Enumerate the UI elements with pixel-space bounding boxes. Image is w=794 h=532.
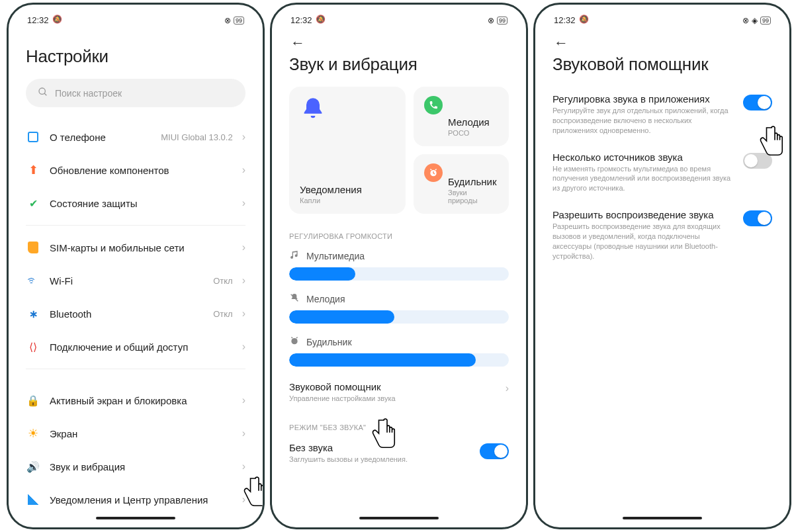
card-title: Будильник bbox=[448, 176, 498, 187]
settings-item-обновление-компонентов[interactable]: ⬆Обновление компонентов› bbox=[26, 154, 245, 187]
card-sub: Звуки природы bbox=[448, 189, 498, 204]
search-icon bbox=[38, 87, 48, 99]
status-bar: 12:32 ⊗ 99 bbox=[13, 9, 259, 26]
volume-slider-мультимедиа[interactable]: Мультимедиа bbox=[289, 244, 509, 287]
volume-slider-мелодия[interactable]: Мелодия bbox=[289, 287, 509, 330]
home-indicator[interactable] bbox=[359, 517, 439, 519]
option-title: Несколько источников звука bbox=[552, 152, 735, 163]
home-indicator[interactable] bbox=[96, 517, 175, 519]
back-button[interactable]: ← bbox=[552, 26, 572, 52]
settings-item-звук-и-вибрация[interactable]: 🔊Звук и вибрация› bbox=[26, 450, 245, 483]
settings-item-активный-экран-и-блокировка[interactable]: 🔒Активный экран и блокировка› bbox=[26, 384, 245, 417]
settings-item-состояние-защиты[interactable]: ✔Состояние защиты› bbox=[26, 187, 245, 220]
battery-indicator: 99 bbox=[234, 17, 244, 24]
item-label: Уведомления и Центр управления bbox=[50, 494, 233, 506]
option-sub: Разрешить воспроизведение звука для вход… bbox=[552, 222, 735, 261]
status-time: 12:32 bbox=[27, 15, 49, 25]
item-value: Откл bbox=[213, 309, 233, 319]
section-header-volume: РЕГУЛИРОВКА ГРОМКОСТИ bbox=[289, 220, 509, 244]
slider-track[interactable] bbox=[289, 310, 509, 324]
bt-icon: ∗ bbox=[26, 306, 40, 321]
item-label: Экран bbox=[50, 428, 233, 439]
square-blue-icon bbox=[26, 130, 40, 144]
mute-icon bbox=[316, 16, 326, 25]
setting-sub: Управление настройками звука bbox=[289, 394, 509, 404]
wifi-icon: ◈ bbox=[752, 16, 758, 25]
option-sub: Не изменять громкость мультимедиа во вре… bbox=[552, 164, 735, 194]
chevron-right-icon: › bbox=[506, 382, 509, 394]
item-value: MIUI Global 13.0.2 bbox=[161, 132, 232, 142]
assistant-option-2[interactable]: Разрешить воспроизведение звукаРазрешить… bbox=[552, 202, 772, 270]
grid-icon bbox=[26, 492, 40, 507]
setting-title: Звуковой помощник bbox=[289, 381, 509, 392]
option-title: Разрешить воспроизведение звука bbox=[552, 209, 735, 220]
sim-icon bbox=[26, 240, 40, 255]
slider-track[interactable] bbox=[289, 267, 509, 281]
no-sim-icon: ⊗ bbox=[488, 16, 494, 25]
bell-icon bbox=[300, 96, 326, 122]
assistant-option-0[interactable]: Регулировка звука в приложенияхРегулируй… bbox=[552, 87, 772, 145]
option-toggle[interactable] bbox=[743, 95, 772, 111]
home-indicator[interactable] bbox=[623, 517, 702, 519]
back-button[interactable]: ← bbox=[289, 26, 309, 52]
setting-sub: Заглушить вызовы и уведомления. bbox=[289, 455, 472, 465]
search-placeholder: Поиск настроек bbox=[55, 88, 122, 99]
slider-label: Мелодия bbox=[306, 294, 345, 304]
bell-mute-icon bbox=[289, 292, 300, 305]
phone-sound-assistant: 12:32 ⊗ ◈ 99 ← Звуковой помощник Регулир… bbox=[533, 3, 791, 529]
svg-point-0 bbox=[39, 88, 45, 94]
mute-icon bbox=[580, 16, 589, 25]
item-label: Состояние защиты bbox=[50, 198, 233, 209]
settings-item-sim-карты-и-мобильные-сети[interactable]: SIM-карты и мобильные сети› bbox=[26, 231, 245, 264]
settings-item-bluetooth[interactable]: ∗BluetoothОткл› bbox=[26, 297, 245, 330]
status-bar: 12:32 ⊗ 99 bbox=[276, 9, 522, 26]
chevron-right-icon: › bbox=[242, 394, 245, 406]
settings-item-подключение-и-общий-доступ[interactable]: ⟨⟩Подключение и общий доступ› bbox=[26, 330, 245, 363]
phone-settings: 12:32 ⊗ 99 Настройки Поиск настроек О те… bbox=[7, 3, 265, 529]
slider-track[interactable] bbox=[289, 353, 509, 367]
silent-mode-row[interactable]: Без звука Заглушить вызовы и уведомления… bbox=[289, 435, 509, 474]
sound-assistant-row[interactable]: Звуковой помощник Управление настройками… bbox=[289, 373, 509, 412]
item-label: Bluetooth bbox=[50, 308, 204, 320]
slider-label: Будильник bbox=[306, 337, 352, 347]
item-label: О телефоне bbox=[50, 132, 152, 143]
svg-line-1 bbox=[44, 93, 46, 95]
card-alarm[interactable]: Будильник Звуки природы bbox=[414, 154, 509, 214]
divider bbox=[26, 225, 245, 226]
settings-item-уведомления-и-центр-управления[interactable]: Уведомления и Центр управления› bbox=[26, 483, 245, 516]
silent-toggle[interactable] bbox=[480, 443, 509, 459]
card-sub: POCO bbox=[448, 129, 498, 137]
option-toggle[interactable] bbox=[743, 210, 772, 226]
chevron-right-icon: › bbox=[242, 242, 245, 253]
status-time: 12:32 bbox=[290, 15, 312, 25]
assistant-option-1[interactable]: Несколько источников звукаНе изменять гр… bbox=[552, 145, 772, 203]
card-ringtone[interactable]: Мелодия POCO bbox=[414, 87, 509, 146]
option-sub: Регулируйте звук для отдельных приложени… bbox=[552, 106, 735, 136]
settings-item-экран[interactable]: ☀Экран› bbox=[26, 417, 245, 450]
battery-indicator: 99 bbox=[760, 17, 771, 24]
slider-label: Мультимедиа bbox=[306, 251, 365, 261]
card-notifications[interactable]: Уведомления Капли bbox=[289, 87, 406, 214]
volume-slider-будильник[interactable]: Будильник bbox=[289, 330, 509, 373]
item-label: Wi-Fi bbox=[50, 275, 204, 287]
page-title: Звуковой помощник bbox=[552, 52, 772, 87]
chevron-right-icon: › bbox=[242, 494, 245, 506]
no-sim-icon: ⊗ bbox=[224, 16, 231, 25]
item-label: Обновление компонентов bbox=[50, 165, 233, 176]
settings-item-о-телефоне[interactable]: О телефонеMIUI Global 13.0.2› bbox=[26, 120, 245, 154]
chevron-right-icon: › bbox=[242, 427, 245, 439]
music-icon bbox=[289, 249, 300, 262]
settings-item-wi-fi[interactable]: ᯤWi-FiОткл› bbox=[26, 264, 245, 297]
item-label: Звук и вибрация bbox=[50, 461, 233, 472]
sun-icon: ☀ bbox=[26, 426, 40, 441]
status-time: 12:32 bbox=[554, 15, 576, 25]
search-input[interactable]: Поиск настроек bbox=[26, 79, 245, 107]
option-title: Регулировка звука в приложениях bbox=[552, 93, 735, 105]
option-toggle[interactable] bbox=[743, 153, 772, 169]
page-title: Настройки bbox=[26, 26, 245, 79]
chevron-right-icon: › bbox=[242, 341, 245, 353]
alarm-icon bbox=[424, 163, 443, 182]
item-label: SIM-карты и мобильные сети bbox=[50, 242, 233, 253]
status-bar: 12:32 ⊗ ◈ 99 bbox=[539, 9, 785, 26]
link-icon: ⟨⟩ bbox=[26, 339, 40, 354]
